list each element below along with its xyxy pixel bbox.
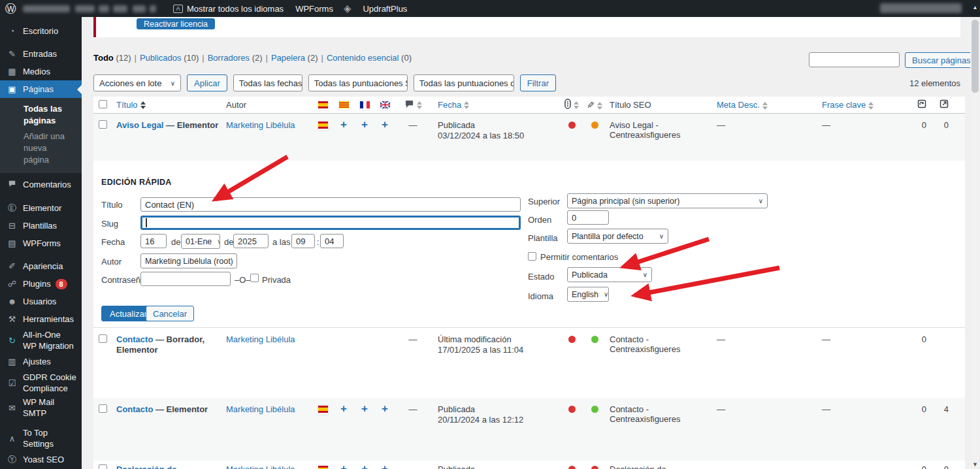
sort-title[interactable]: Título (116, 100, 138, 110)
author-link[interactable]: Marketing Libélula (226, 120, 295, 130)
comments-column-icon[interactable] (404, 100, 414, 110)
sidebar-item-plugins[interactable]: ☍Plugins8 (0, 275, 82, 293)
quick-edit-month-select[interactable]: 01-Ene∨ (181, 234, 220, 249)
sidebar-item-herramientas[interactable]: ⚒Herramientas (0, 310, 82, 328)
sidebar-item-wpforms[interactable]: ▤WPForms (0, 234, 82, 252)
add-translation-icon[interactable]: + (361, 402, 368, 415)
page-title-link[interactable]: Contacto (116, 334, 153, 344)
sort-date[interactable]: Fecha (438, 100, 461, 110)
sidebar-item-gdpr[interactable]: ☑GDPR Cookie Compliance (0, 370, 82, 395)
wpforms-bar-menu[interactable]: WPForms (295, 4, 333, 14)
sort-arrows-icon[interactable] (417, 101, 422, 109)
wordpress-logo-icon[interactable]: Ⓦ (5, 3, 16, 14)
flag-spain-icon[interactable] (318, 465, 328, 469)
search-pages-button[interactable]: Buscar páginas (905, 52, 978, 68)
add-translation-icon[interactable]: + (382, 402, 388, 415)
sort-arrows-icon[interactable] (762, 102, 768, 110)
submenu-add-new-page[interactable]: Añadir una nueva página (0, 129, 72, 168)
reactivate-license-button[interactable]: Reactivar licencia (137, 18, 215, 29)
apply-button[interactable]: Aplicar (187, 74, 227, 91)
sort-arrows-icon[interactable] (140, 101, 146, 109)
view-publicados[interactable]: Publicados (140, 53, 182, 63)
sort-meta-desc[interactable]: Meta Desc. (717, 100, 760, 110)
readability-filter-select[interactable]: Todas las puntuaciones de∨ (414, 74, 514, 91)
quick-edit-title-input[interactable]: Contact (EN) (140, 197, 521, 212)
view-papelera[interactable]: Papelera (271, 53, 305, 63)
scroll-down-icon[interactable]: ▼ (970, 461, 980, 468)
readability-column-icon[interactable]: ✎ (587, 100, 595, 110)
internal-links-column-icon[interactable] (917, 99, 926, 110)
dates-filter-select[interactable]: Todas las fechas∨ (233, 74, 302, 91)
page-title-link[interactable]: Aviso Legal (116, 120, 163, 130)
bulk-actions-select[interactable]: Acciones en lote∨ (93, 74, 181, 91)
user-account-redacted[interactable] (880, 3, 962, 13)
flag-spain-icon[interactable] (318, 121, 328, 131)
bar-item-redacted[interactable] (133, 5, 146, 12)
sort-arrows-icon[interactable] (464, 101, 469, 109)
sidebar-item-to-top[interactable]: ∧To Top Settings (0, 426, 82, 451)
page-title-link[interactable]: Declaración de accesibilidad (116, 464, 177, 469)
quick-edit-slug-input[interactable] (140, 216, 521, 230)
quick-edit-day-input[interactable]: 16 (140, 234, 167, 248)
quick-edit-order-input[interactable]: 0 (567, 210, 609, 225)
sidebar-item-elementor[interactable]: ⒺElementor (0, 199, 82, 217)
select-all-checkbox[interactable] (99, 100, 107, 108)
sidebar-item-entradas[interactable]: ✎Entradas (0, 45, 82, 63)
row-checkbox[interactable] (99, 404, 107, 413)
sidebar-item-ajustes[interactable]: ▥Ajustes (0, 353, 82, 370)
scrollbar-thumb[interactable] (972, 20, 979, 93)
new-menu-redacted[interactable] (113, 5, 127, 12)
sort-arrows-icon[interactable] (868, 102, 874, 110)
quick-edit-year-input[interactable]: 2025 (233, 234, 269, 248)
add-translation-icon[interactable]: + (361, 118, 368, 131)
sidebar-item-usuarios[interactable]: ☻Usuarios (0, 293, 82, 310)
row-checkbox[interactable] (99, 334, 107, 343)
add-translation-icon[interactable]: + (361, 462, 368, 469)
site-name-redacted[interactable] (23, 5, 70, 12)
quick-edit-minute-input[interactable]: 04 (320, 234, 344, 248)
page-scrollbar[interactable]: ▲ ▼ (970, 0, 980, 469)
comments-count-redacted[interactable] (99, 5, 109, 12)
quick-edit-password-input[interactable] (140, 272, 231, 286)
allow-comments-checkbox[interactable] (528, 252, 536, 261)
sidebar-item-paginas[interactable]: ▣Páginas (0, 80, 82, 98)
sidebar-item-wp-mail-smtp[interactable]: ✉WP Mail SMTP (0, 395, 82, 420)
add-translation-icon[interactable]: + (382, 462, 388, 469)
row-checkbox[interactable] (99, 464, 107, 469)
sidebar-item-comentarios[interactable]: Comentarios (0, 176, 82, 193)
bar-item-redacted-2[interactable] (150, 5, 156, 12)
quick-edit-status-select[interactable]: Publicada∨ (567, 267, 652, 282)
view-todo[interactable]: Todo (93, 53, 114, 63)
sidebar-item-plantillas[interactable]: ⊟Plantillas (0, 217, 82, 234)
filter-button[interactable]: Filtrar (520, 74, 556, 91)
quick-edit-author-select[interactable]: Marketing Libélula (root)∨ (140, 253, 237, 268)
sort-arrows-icon[interactable] (597, 102, 602, 110)
add-translation-icon[interactable]: + (340, 462, 347, 469)
view-contenido-esencial[interactable]: Contenido esencial (327, 53, 399, 63)
updraftplus-bar-menu[interactable]: UpdraftPlus (363, 4, 407, 14)
quick-edit-language-select[interactable]: English∨ (567, 287, 609, 302)
submenu-all-pages[interactable]: Todas las páginas (0, 101, 82, 129)
updraftplus-diamond-icon[interactable]: ◈ (344, 3, 351, 14)
add-translation-icon[interactable]: + (382, 118, 388, 131)
sidebar-item-escritorio[interactable]: ◔Escritorio (0, 22, 82, 40)
seo-score-column-icon[interactable] (564, 99, 571, 111)
search-pages-input[interactable] (809, 52, 900, 67)
updates-redacted[interactable] (75, 5, 95, 12)
sort-focus-keyphrase[interactable]: Frase clave (822, 100, 866, 110)
seo-scores-filter-select[interactable]: Todas las puntuaciones SEC∨ (308, 74, 408, 91)
quick-edit-parent-select[interactable]: Página principal (sin superior)∨ (567, 193, 768, 208)
sidebar-item-aiowm[interactable]: ↻All-in-One WP Migration (0, 328, 82, 353)
sidebar-item-medios[interactable]: ▦Medios (0, 63, 82, 80)
author-link[interactable]: Marketing Libélula (226, 464, 295, 469)
flag-spain-icon[interactable] (318, 405, 328, 415)
add-translation-icon[interactable]: + (340, 402, 347, 415)
quick-edit-template-select[interactable]: Plantilla por defecto∨ (567, 229, 668, 244)
page-title-link[interactable]: Contacto (116, 404, 153, 414)
sidebar-item-yoast[interactable]: ⓎYoast SEO (0, 451, 82, 468)
sort-arrows-icon[interactable] (574, 101, 579, 109)
sidebar-item-apariencia[interactable]: ✐Apariencia (0, 257, 82, 275)
add-translation-icon[interactable]: + (340, 118, 347, 131)
scroll-up-icon[interactable]: ▲ (970, 0, 980, 17)
view-borradores[interactable]: Borradores (208, 53, 250, 63)
